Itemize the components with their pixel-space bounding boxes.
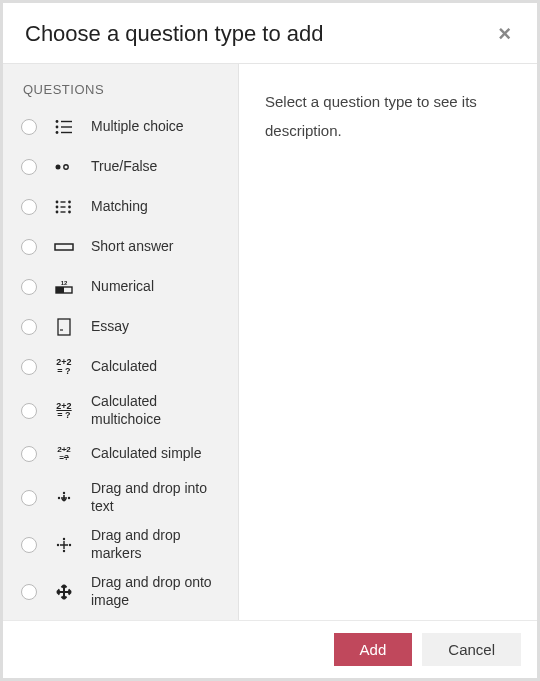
svg-point-23	[63, 491, 65, 493]
qtype-label: Drag and drop into text	[91, 480, 228, 515]
drag-drop-text-icon	[53, 489, 75, 507]
question-type-list-pane: QUESTIONS Multiple cho	[3, 64, 239, 620]
true-false-icon	[53, 163, 75, 171]
qtype-essay[interactable]: Essay	[3, 307, 238, 347]
qtype-multiple-choice[interactable]: Multiple choice	[3, 107, 238, 147]
qtype-label: Calculated	[91, 358, 157, 376]
radio-icon[interactable]	[21, 490, 37, 506]
radio-icon[interactable]	[21, 446, 37, 462]
description-pane: Select a question type to see its descri…	[239, 64, 537, 620]
calculated-icon: 2+2= ?	[53, 358, 75, 376]
qtype-calculated-multichoice[interactable]: 2+2= ? Calculated multichoice	[3, 387, 238, 434]
radio-icon[interactable]	[21, 119, 37, 135]
numerical-icon: 12	[53, 279, 75, 295]
qtype-label: Calculated simple	[91, 445, 202, 463]
svg-point-13	[68, 206, 71, 209]
radio-icon[interactable]	[21, 319, 37, 335]
radio-icon[interactable]	[21, 199, 37, 215]
svg-point-8	[56, 201, 59, 204]
qtype-short-answer[interactable]: Short answer	[3, 227, 238, 267]
svg-point-14	[56, 211, 59, 214]
qtype-label: Drag and drop onto image	[91, 574, 228, 609]
qtype-true-false[interactable]: True/False	[3, 147, 238, 187]
radio-icon[interactable]	[21, 239, 37, 255]
drag-drop-image-icon	[53, 583, 75, 601]
qtype-label: Multiple choice	[91, 118, 184, 136]
svg-point-24	[58, 496, 60, 498]
cancel-button[interactable]: Cancel	[422, 633, 521, 666]
qtype-label: Drag and drop markers	[91, 527, 228, 562]
svg-point-11	[56, 206, 59, 209]
short-answer-icon	[53, 242, 75, 252]
qtype-label: Short answer	[91, 238, 173, 256]
qtype-label: Matching	[91, 198, 148, 216]
drag-drop-markers-icon	[53, 536, 75, 554]
qtype-ddtext[interactable]: Drag and drop into text	[3, 474, 238, 521]
svg-point-7	[64, 165, 68, 169]
modal-footer: Add Cancel	[3, 621, 537, 678]
svg-point-4	[56, 131, 59, 134]
svg-rect-17	[55, 244, 73, 250]
svg-point-6	[56, 165, 61, 170]
qtype-label: Essay	[91, 318, 129, 336]
svg-rect-21	[58, 319, 70, 335]
svg-rect-20	[56, 287, 64, 293]
qtype-matching[interactable]: Matching	[3, 187, 238, 227]
calculated-simple-icon: 2+2=?	[53, 446, 75, 462]
svg-point-2	[56, 126, 59, 129]
qtype-label: Calculated multichoice	[91, 393, 228, 428]
svg-rect-3	[61, 126, 72, 127]
qtype-calculated-simple[interactable]: 2+2=? Calculated simple	[3, 434, 238, 474]
radio-icon[interactable]	[21, 584, 37, 600]
description-placeholder: Select a question type to see its descri…	[265, 88, 511, 145]
svg-point-29	[63, 549, 65, 551]
essay-icon	[53, 318, 75, 336]
svg-point-16	[68, 211, 71, 214]
radio-icon[interactable]	[21, 279, 37, 295]
modal-title: Choose a question type to add	[25, 21, 494, 47]
radio-icon[interactable]	[21, 159, 37, 175]
svg-text:12: 12	[61, 280, 68, 286]
svg-rect-15	[61, 211, 66, 212]
svg-point-25	[68, 496, 70, 498]
question-type-scroll[interactable]: QUESTIONS Multiple cho	[3, 64, 238, 620]
modal-header: Choose a question type to add ×	[3, 3, 537, 64]
svg-point-28	[69, 543, 71, 545]
svg-point-27	[57, 543, 59, 545]
close-icon[interactable]: ×	[494, 23, 515, 45]
calculated-multichoice-icon: 2+2= ?	[53, 402, 75, 420]
svg-rect-1	[61, 121, 72, 122]
qtype-label: Numerical	[91, 278, 154, 296]
qtype-ddimage[interactable]: Drag and drop onto image	[3, 568, 238, 615]
questions-heading: QUESTIONS	[3, 80, 238, 107]
svg-point-26	[63, 537, 65, 539]
multiple-choice-icon	[53, 119, 75, 135]
svg-rect-5	[61, 132, 72, 133]
matching-icon	[53, 199, 75, 215]
modal-body: QUESTIONS Multiple cho	[3, 64, 537, 621]
radio-icon[interactable]	[21, 537, 37, 553]
question-type-chooser-modal: Choose a question type to add × QUESTION…	[0, 0, 540, 681]
svg-rect-9	[61, 201, 66, 202]
svg-rect-12	[61, 206, 66, 207]
svg-point-10	[68, 201, 71, 204]
radio-icon[interactable]	[21, 403, 37, 419]
qtype-ddmarkers[interactable]: Drag and drop markers	[3, 521, 238, 568]
qtype-calculated[interactable]: 2+2= ? Calculated	[3, 347, 238, 387]
svg-point-0	[56, 120, 59, 123]
qtype-label: True/False	[91, 158, 157, 176]
qtype-numerical[interactable]: 12 Numerical	[3, 267, 238, 307]
add-button[interactable]: Add	[334, 633, 413, 666]
radio-icon[interactable]	[21, 359, 37, 375]
